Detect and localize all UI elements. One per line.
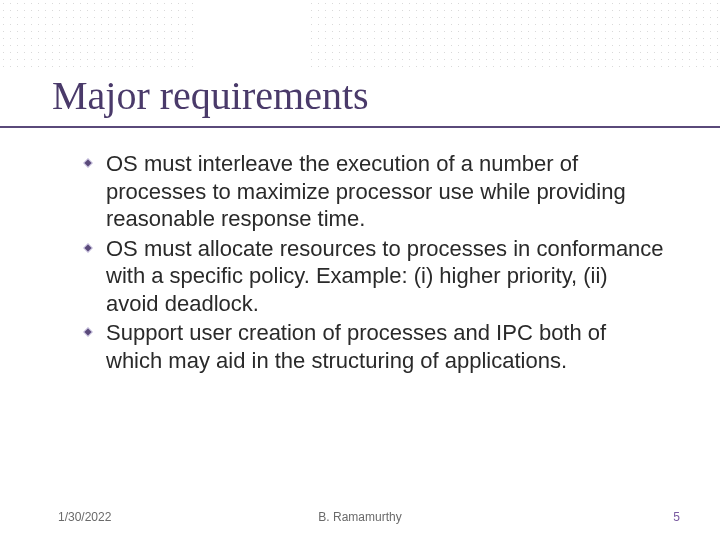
list-item-text: OS must interleave the execution of a nu… <box>106 151 626 231</box>
list-item: Support user creation of processes and I… <box>106 319 666 374</box>
list-item: OS must allocate resources to processes … <box>106 235 666 318</box>
diamond-bullet-icon <box>82 242 94 254</box>
list-item-text: OS must allocate resources to processes … <box>106 236 664 316</box>
footer-author: B. Ramamurthy <box>0 510 720 524</box>
svg-rect-0 <box>84 159 92 167</box>
slide: Major requirements OS must interleave th… <box>0 0 720 540</box>
diamond-bullet-icon <box>82 157 94 169</box>
slide-title: Major requirements <box>52 72 369 119</box>
svg-rect-2 <box>84 243 92 251</box>
dotted-background <box>0 0 720 72</box>
list-item-text: Support user creation of processes and I… <box>106 320 606 373</box>
diamond-bullet-icon <box>82 326 94 338</box>
svg-rect-4 <box>84 328 92 336</box>
title-underline <box>0 126 720 128</box>
list-item: OS must interleave the execution of a nu… <box>106 150 666 233</box>
dotted-background-gap <box>195 0 307 72</box>
footer-page-number: 5 <box>673 510 680 524</box>
slide-body: OS must interleave the execution of a nu… <box>106 150 666 376</box>
